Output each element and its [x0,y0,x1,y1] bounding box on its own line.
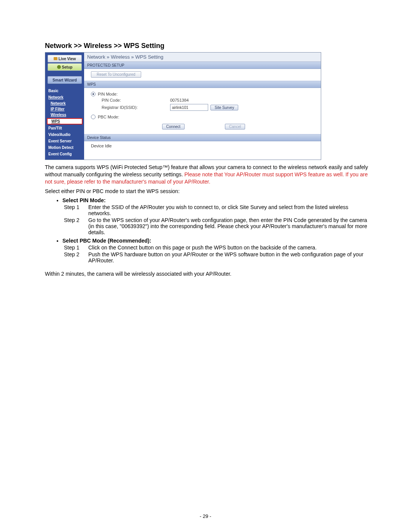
sidebar-live-view[interactable]: Live View [48,55,82,62]
pin-mode-row[interactable]: PIN Mode: [91,92,170,96]
protected-setup-bar: PROTECTED SETUP [84,62,321,69]
page-title: Network >> Wireless >> WPS Setting [45,42,369,50]
sidebar-smart-wizard-label: Smart Wizard [53,78,77,82]
sidebar-section-basic[interactable]: Basic [45,88,84,94]
step-text: Enter the SSID of the AP/Router you wish… [88,204,369,216]
page-number: - 29 - [0,513,411,519]
pbc-mode-row[interactable]: PBC Mode: [91,115,170,119]
device-status-bar: Device Status [84,134,321,141]
gear-icon [57,65,61,69]
pbc-step-2: Step 2 Push the WPS hardware button on y… [64,251,369,264]
pbc-mode-heading: Select PBC Mode (Recommended): [62,238,151,244]
sidebar-setup[interactable]: Setup [48,63,82,71]
pin-step-1: Step 1 Enter the SSID of the AP/Router y… [64,204,369,216]
pbc-mode-section: Select PBC Mode (Recommended): Step 1 Cl… [62,238,369,264]
sidebar-smart-wizard[interactable]: Smart Wizard [48,76,82,84]
connect-button[interactable]: Connect [162,124,185,129]
breadcrumb: Network » Wireless » WPS Setting [84,53,321,62]
pin-code-value: 00751384 [170,98,189,102]
sidebar-item-wireless[interactable]: Wireless [45,112,84,118]
sidebar-section-network[interactable]: Network [45,94,84,101]
sidebar-section-pantilt[interactable]: Pan/Tilt [45,125,84,131]
step-text: Click on the Connect button on this page… [88,244,369,251]
sidebar-setup-label: Setup [62,65,73,69]
content-area: Network » Wireless » WPS Setting PROTECT… [84,53,321,160]
device-status-value: Device Idle [91,144,112,148]
sidebar-item-network[interactable]: Network [45,101,84,106]
pin-mode-label: PIN Mode: [98,92,118,96]
registrar-label: Registrar ID(SSID): [91,105,170,110]
site-survey-button[interactable]: Site Survey [210,105,238,110]
reset-button[interactable]: Reset To Unconfigured [91,71,141,78]
sidebar-live-view-label: Live View [59,57,76,61]
sidebar: Live View Setup Smart Wizard Basic Netwo… [45,53,84,160]
sidebar-section-eventserver[interactable]: Event Server [45,138,84,144]
sidebar-section-videoaudio[interactable]: Video/Audio [45,131,84,138]
pbc-mode-label: PBC Mode: [98,115,119,119]
pin-step-2: Step 2 Go to the WPS section of your AP/… [64,217,369,235]
step-number: Step 1 [64,244,88,251]
pin-code-label: PIN Code: [91,98,170,102]
select-mode-paragraph: Select either PIN or PBC mode to start t… [45,188,369,195]
sidebar-item-ipfilter[interactable]: IP Filter [45,106,84,112]
cancel-button[interactable]: Cancel [225,124,245,129]
document-body: The camera supports WPS (WiFi Protected … [45,164,369,277]
registrar-input[interactable] [170,104,208,111]
sidebar-item-wps[interactable]: WPS [47,118,83,125]
step-number: Step 2 [64,251,88,264]
step-text: Push the WPS hardware button on your AP/… [88,251,369,264]
pin-mode-section: Select PIN Mode: Step 1 Enter the SSID o… [62,197,369,235]
camera-icon [54,57,57,60]
sidebar-section-eventconfig[interactable]: Event Config [45,151,84,157]
closing-paragraph: Within 2 minutes, the camera will be wir… [45,270,369,278]
pbc-step-1: Step 1 Click on the Connect button on th… [64,244,369,251]
wps-bar: WPS [84,81,321,88]
step-number: Step 1 [64,204,88,216]
pbc-mode-radio[interactable] [91,115,96,119]
step-text: Go to the WPS section of your AP/Router'… [88,217,369,235]
intro-paragraph: The camera supports WPS (WiFi Protected … [45,164,369,185]
step-number: Step 2 [64,217,88,235]
pin-mode-heading: Select PIN Mode: [62,197,106,203]
config-screenshot: Live View Setup Smart Wizard Basic Netwo… [45,52,321,160]
pin-mode-radio[interactable] [91,92,96,96]
sidebar-section-motiondetect[interactable]: Motion Detect [45,144,84,151]
